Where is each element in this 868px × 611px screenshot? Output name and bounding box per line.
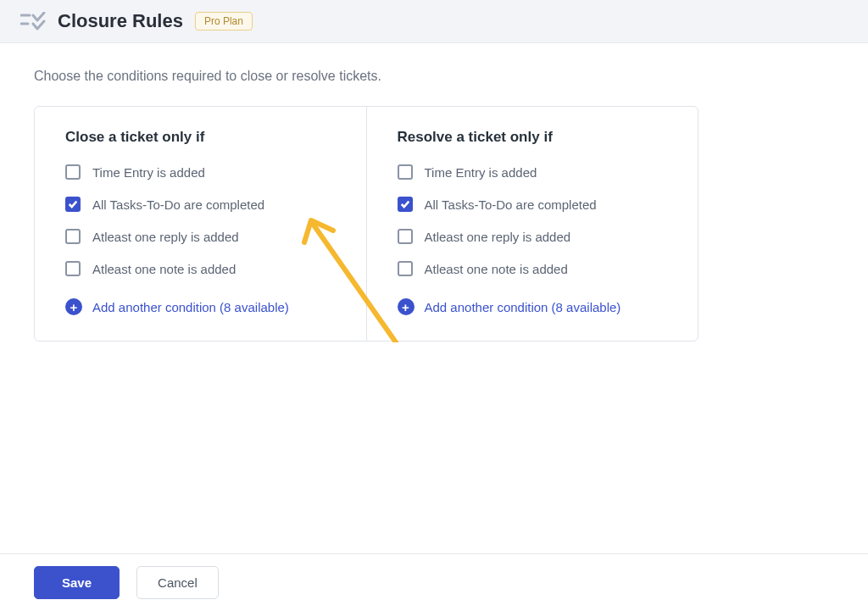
condition-label: All Tasks-To-Do are completed bbox=[425, 197, 597, 212]
checkbox-icon bbox=[65, 164, 81, 180]
content-area: Choose the conditions required to close … bbox=[0, 43, 868, 553]
cancel-button[interactable]: Cancel bbox=[136, 566, 219, 599]
plus-icon: + bbox=[65, 298, 82, 315]
close-condition-time-entry[interactable]: Time Entry is added bbox=[65, 164, 336, 180]
condition-label: All Tasks-To-Do are completed bbox=[92, 197, 264, 212]
close-panel-title: Close a ticket only if bbox=[65, 129, 336, 146]
checkbox-icon bbox=[398, 229, 413, 244]
add-condition-label: Add another condition (8 available) bbox=[92, 300, 289, 314]
close-condition-one-note[interactable]: Atleast one note is added bbox=[65, 261, 336, 276]
page-title: Closure Rules bbox=[58, 10, 183, 32]
condition-label: Atleast one reply is added bbox=[425, 230, 571, 244]
header-bar: Closure Rules Pro Plan bbox=[0, 0, 868, 43]
resolve-add-condition[interactable]: + Add another condition (8 available) bbox=[398, 298, 668, 315]
resolve-panel-title: Resolve a ticket only if bbox=[398, 129, 668, 146]
resolve-panel: Resolve a ticket only if Time Entry is a… bbox=[367, 107, 698, 341]
checkbox-icon bbox=[398, 261, 413, 276]
add-condition-label: Add another condition (8 available) bbox=[425, 300, 621, 314]
rules-panels: Close a ticket only if Time Entry is add… bbox=[34, 106, 698, 342]
checkbox-checked-icon bbox=[398, 197, 413, 212]
resolve-condition-one-note[interactable]: Atleast one note is added bbox=[398, 261, 668, 276]
condition-label: Time Entry is added bbox=[92, 165, 205, 180]
condition-label: Atleast one note is added bbox=[425, 262, 568, 276]
page-description: Choose the conditions required to close … bbox=[34, 69, 834, 84]
close-panel: Close a ticket only if Time Entry is add… bbox=[35, 107, 367, 341]
resolve-condition-one-reply[interactable]: Atleast one reply is added bbox=[398, 229, 668, 244]
save-button[interactable]: Save bbox=[34, 566, 120, 599]
condition-label: Time Entry is added bbox=[425, 165, 537, 180]
app-logo-icon bbox=[20, 12, 46, 31]
footer-bar: Save Cancel bbox=[0, 553, 868, 611]
resolve-conditions-list: Time Entry is added All Tasks-To-Do are … bbox=[398, 164, 668, 276]
condition-label: Atleast one note is added bbox=[92, 262, 236, 276]
close-condition-one-reply[interactable]: Atleast one reply is added bbox=[65, 229, 336, 244]
checkbox-icon bbox=[65, 261, 81, 276]
condition-label: Atleast one reply is added bbox=[92, 230, 239, 244]
checkbox-checked-icon bbox=[65, 197, 81, 212]
plus-icon: + bbox=[398, 298, 415, 315]
resolve-condition-time-entry[interactable]: Time Entry is added bbox=[398, 164, 668, 180]
close-condition-tasks-completed[interactable]: All Tasks-To-Do are completed bbox=[65, 197, 336, 212]
close-add-condition[interactable]: + Add another condition (8 available) bbox=[65, 298, 336, 315]
checkbox-icon bbox=[65, 229, 81, 244]
plan-badge: Pro Plan bbox=[195, 12, 253, 31]
close-conditions-list: Time Entry is added All Tasks-To-Do are … bbox=[65, 164, 336, 276]
checkbox-icon bbox=[398, 164, 413, 180]
resolve-condition-tasks-completed[interactable]: All Tasks-To-Do are completed bbox=[398, 197, 668, 212]
